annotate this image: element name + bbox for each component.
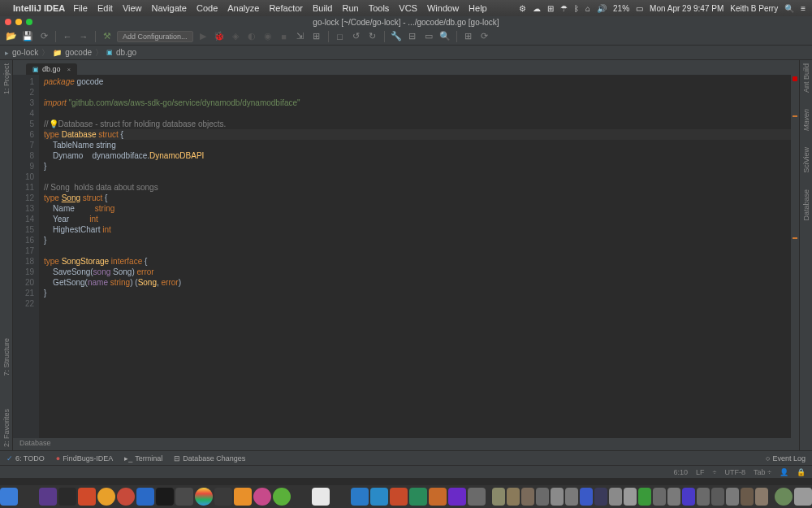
toolbar-icon[interactable]: ⊞ (462, 30, 475, 43)
menu-code[interactable]: Code (197, 3, 218, 13)
dock-app-icon[interactable] (273, 488, 291, 506)
structure-tool-button[interactable]: 7: Structure (2, 338, 11, 376)
dock-app-icon[interactable] (253, 488, 271, 506)
dock-app-icon[interactable] (521, 488, 534, 506)
app-name[interactable]: IntelliJ IDEA (13, 3, 65, 13)
back-icon[interactable]: ← (61, 30, 74, 43)
editor-breadcrumb[interactable]: Database (13, 438, 799, 450)
dock-app-icon[interactable] (594, 488, 607, 506)
run-config-selector[interactable]: Add Configuration... (117, 31, 193, 42)
sync-icon[interactable]: ⟳ (478, 30, 491, 43)
project-tool-button[interactable]: 1: Project (2, 63, 11, 94)
forward-icon[interactable]: → (77, 30, 90, 43)
warning-mark[interactable] (793, 237, 797, 239)
dock-app-icon[interactable] (638, 488, 651, 506)
terminal-tool-button[interactable]: ▸_Terminal (124, 454, 162, 462)
status-icon[interactable]: ☂ (560, 4, 568, 13)
concurrent-icon[interactable]: ◉ (261, 30, 274, 43)
dock-app-icon[interactable] (653, 488, 666, 506)
menu-file[interactable]: File (73, 3, 88, 13)
run-icon[interactable]: ▶ (197, 30, 209, 43)
lock-icon[interactable]: 🔒 (797, 468, 806, 476)
menu-navigate[interactable]: Navigate (152, 3, 187, 13)
status-icon[interactable]: ☁ (533, 4, 541, 13)
dock-app-icon[interactable] (565, 488, 578, 506)
dock-app-icon[interactable] (97, 488, 115, 506)
search-icon[interactable]: 🔍 (438, 30, 451, 43)
breadcrumb-item[interactable]: go-lock (12, 48, 38, 57)
dock-app-icon[interactable] (312, 488, 330, 506)
dock-app-icon[interactable] (117, 488, 135, 506)
stop-icon[interactable]: ■ (278, 30, 291, 43)
dock-app-icon[interactable] (468, 488, 486, 506)
dock-app-icon[interactable] (536, 488, 549, 506)
dock-app-icon[interactable] (214, 488, 232, 506)
dock-app-icon[interactable] (741, 488, 754, 506)
menu-vcs[interactable]: VCS (399, 3, 417, 13)
open-icon[interactable]: 📂 (5, 30, 18, 43)
dock-downloads-icon[interactable] (775, 488, 793, 506)
spotlight-icon[interactable]: 🔍 (784, 4, 794, 13)
dock-app-icon[interactable] (448, 488, 466, 506)
battery-icon[interactable]: ▭ (636, 4, 643, 13)
code-content[interactable]: package gocode import "github.com/aws/aw… (39, 75, 791, 438)
dock-app-icon[interactable] (39, 488, 57, 506)
dock-app-icon[interactable] (234, 488, 252, 506)
dock-app-icon[interactable] (624, 488, 637, 506)
debug-icon[interactable]: 🐞 (213, 30, 226, 43)
cursor-position[interactable]: 6:10 (674, 468, 689, 476)
bluetooth-icon[interactable]: ᛒ (574, 4, 579, 13)
dock-app-icon[interactable] (390, 488, 408, 506)
dock-app-icon[interactable] (351, 488, 369, 506)
toolbar-icon[interactable]: ⊟ (406, 30, 419, 43)
toolbar-icon[interactable]: ↻ (366, 30, 379, 43)
status-icon[interactable]: ⌂ (585, 4, 590, 13)
code-editor[interactable]: 12345678910111213141516171819202122 pack… (13, 75, 799, 438)
attach-icon[interactable]: ⇲ (294, 30, 307, 43)
breadcrumb-item[interactable]: gocode (65, 48, 92, 57)
dock-app-icon[interactable] (195, 488, 213, 506)
dock-app-icon[interactable] (429, 488, 447, 506)
dock-app-icon[interactable] (409, 488, 427, 506)
event-log-tool-button[interactable]: ○Event Log (766, 454, 806, 462)
volume-icon[interactable]: 🔊 (597, 4, 607, 13)
dock-app-icon[interactable] (507, 488, 520, 506)
dock-app-icon[interactable] (292, 488, 310, 506)
menu-window[interactable]: Window (427, 3, 459, 13)
wifi-icon[interactable]: ⚙ (519, 4, 526, 13)
coverage-icon[interactable]: ◈ (229, 30, 242, 43)
maven-tool-button[interactable]: Maven (802, 109, 810, 131)
line-ending[interactable]: LF (696, 468, 705, 476)
toolbar-icon[interactable]: ▭ (422, 30, 435, 43)
dock-app-icon[interactable] (697, 488, 710, 506)
dock-app-icon[interactable] (667, 488, 680, 506)
close-window-button[interactable] (5, 19, 11, 25)
dock-app-icon[interactable] (726, 488, 739, 506)
dock-app-icon[interactable] (370, 488, 388, 506)
menu-edit[interactable]: Edit (97, 3, 113, 13)
breadcrumb-item[interactable]: db.go (116, 48, 136, 57)
battery-percent[interactable]: 21% (613, 4, 629, 13)
toolbar-icon[interactable]: ↺ (350, 30, 363, 43)
status-icon[interactable]: ⊞ (547, 4, 554, 13)
error-stripe[interactable] (791, 75, 799, 438)
dock-app-icon[interactable] (58, 488, 76, 506)
findbugs-tool-button[interactable]: ●FindBugs-IDEA (56, 454, 113, 462)
clock[interactable]: Mon Apr 29 9:47 PM (650, 4, 723, 13)
settings-icon[interactable]: 🔧 (390, 30, 403, 43)
dock-app-icon[interactable] (331, 488, 349, 506)
favorites-tool-button[interactable]: 2: Favorites (2, 409, 11, 447)
dock-app-icon[interactable] (755, 488, 768, 506)
indent-info[interactable]: Tab ÷ (754, 468, 771, 476)
editor-tab[interactable]: ▣ db.go × (26, 63, 77, 75)
menu-icon[interactable]: ≡ (801, 4, 806, 13)
dock-app-icon[interactable] (492, 488, 505, 506)
refresh-icon[interactable]: ⟳ (37, 30, 50, 43)
todo-tool-button[interactable]: ✓6: TODO (6, 454, 45, 462)
dock-app-icon[interactable] (551, 488, 564, 506)
dock-app-icon[interactable] (682, 488, 695, 506)
username[interactable]: Keith B Perry (730, 4, 778, 13)
menu-tools[interactable]: Tools (369, 3, 390, 13)
minimize-window-button[interactable] (15, 19, 22, 25)
dock-app-icon[interactable] (19, 488, 37, 506)
